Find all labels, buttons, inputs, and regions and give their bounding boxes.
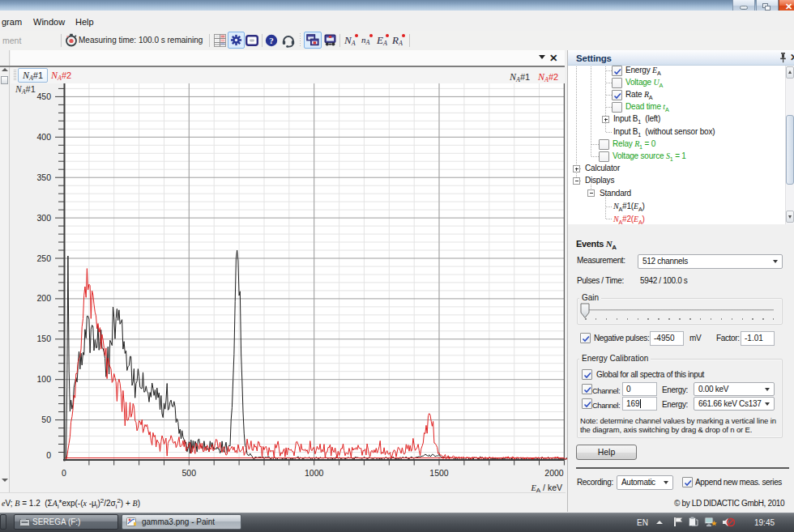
svg-text:400: 400 [36, 132, 51, 142]
svg-text:50: 50 [41, 415, 51, 424]
svg-text:500: 500 [182, 468, 197, 478]
svg-text:2000: 2000 [544, 468, 564, 478]
svg-text:0: 0 [62, 468, 66, 478]
svg-text:0: 0 [46, 450, 51, 460]
svg-text:150: 150 [36, 334, 51, 343]
svg-text:300: 300 [36, 213, 51, 223]
svg-text:1000: 1000 [305, 468, 324, 478]
svg-text:200: 200 [36, 293, 51, 303]
svg-text:450: 450 [36, 92, 51, 101]
svg-text:250: 250 [36, 253, 51, 263]
svg-text:100: 100 [36, 374, 51, 384]
svg-text:350: 350 [36, 172, 51, 182]
svg-text:1500: 1500 [429, 468, 449, 478]
